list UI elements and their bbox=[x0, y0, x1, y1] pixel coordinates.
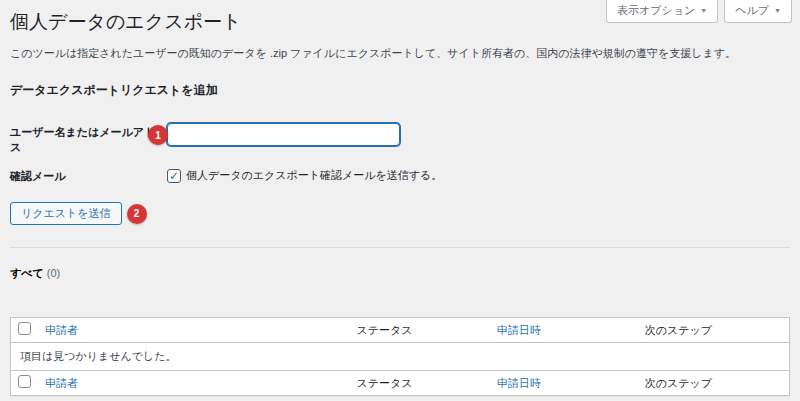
step-badge-1: 1 bbox=[148, 125, 168, 145]
dropdown-arrow-icon: ▼ bbox=[774, 7, 781, 14]
filter-all-link[interactable]: すべて (0) bbox=[10, 267, 60, 279]
username-or-email-input[interactable] bbox=[167, 123, 400, 146]
username-label: ユーザー名またはメールアドレス bbox=[10, 123, 167, 155]
export-personal-data-page: 個人データのエクスポート このツールは指定されたユーザーの既知のデータを .zi… bbox=[0, 0, 800, 396]
column-header-next-steps: 次のステップ bbox=[645, 324, 712, 336]
requests-table-body: 項目は見つかりませんでした。 bbox=[11, 343, 790, 371]
no-items-message: 項目は見つかりませんでした。 bbox=[11, 343, 790, 371]
add-request-form: ユーザー名またはメールアドレス 1 確認メール ✓ 個人データのエクスポート確認… bbox=[10, 123, 790, 184]
column-header-requester[interactable]: 申請者 bbox=[45, 324, 78, 336]
requests-table-header: 申請者 ステータス 申請日時 次のステップ bbox=[11, 318, 790, 343]
column-footer-next-steps: 次のステップ bbox=[645, 377, 712, 389]
add-request-heading: データエクスポートリクエストを追加 bbox=[10, 82, 790, 99]
requests-table: 申請者 ステータス 申請日時 次のステップ 項目は見つかりませんでした。 bbox=[10, 317, 790, 396]
select-all-checkbox[interactable] bbox=[18, 375, 31, 388]
page-description: このツールは指定されたユーザーの既知のデータを .zip ファイルにエクスポート… bbox=[10, 46, 790, 60]
column-footer-requester[interactable]: 申請者 bbox=[45, 377, 78, 389]
dropdown-arrow-icon: ▼ bbox=[700, 7, 707, 14]
filter-all-count: (0) bbox=[47, 267, 60, 279]
screen-options-label: 表示オプション bbox=[617, 3, 695, 18]
empty-row: 項目は見つかりませんでした。 bbox=[11, 343, 790, 371]
screen-options-button[interactable]: 表示オプション ▼ bbox=[606, 0, 718, 23]
column-header-date[interactable]: 申請日時 bbox=[497, 324, 541, 336]
section-divider bbox=[10, 247, 790, 248]
requests-table-footer: 申請者 ステータス 申請日時 次のステップ bbox=[11, 371, 790, 396]
confirmation-row: 確認メール ✓ 個人データのエクスポート確認メールを送信する。 bbox=[10, 167, 790, 184]
submit-row: リクエストを送信 2 bbox=[10, 202, 790, 225]
confirmation-label: 確認メール bbox=[10, 167, 167, 184]
step-badge-2: 2 bbox=[127, 204, 147, 224]
username-row: ユーザー名またはメールアドレス 1 bbox=[10, 123, 790, 155]
help-label: ヘルプ bbox=[735, 3, 769, 18]
select-all-checkbox[interactable] bbox=[18, 322, 31, 335]
column-footer-status: ステータス bbox=[357, 377, 413, 389]
send-confirmation-checkbox[interactable]: ✓ bbox=[167, 169, 181, 183]
send-request-button[interactable]: リクエストを送信 bbox=[10, 202, 122, 225]
column-footer-date[interactable]: 申請日時 bbox=[497, 377, 541, 389]
filter-all-label: すべて bbox=[10, 267, 44, 279]
filter-links: すべて (0) bbox=[10, 266, 790, 281]
help-button[interactable]: ヘルプ ▼ bbox=[724, 0, 792, 23]
screen-meta-links: 表示オプション ▼ ヘルプ ▼ bbox=[606, 0, 792, 23]
send-confirmation-checkbox-label[interactable]: 個人データのエクスポート確認メールを送信する。 bbox=[186, 168, 442, 183]
column-header-status: ステータス bbox=[357, 324, 413, 336]
